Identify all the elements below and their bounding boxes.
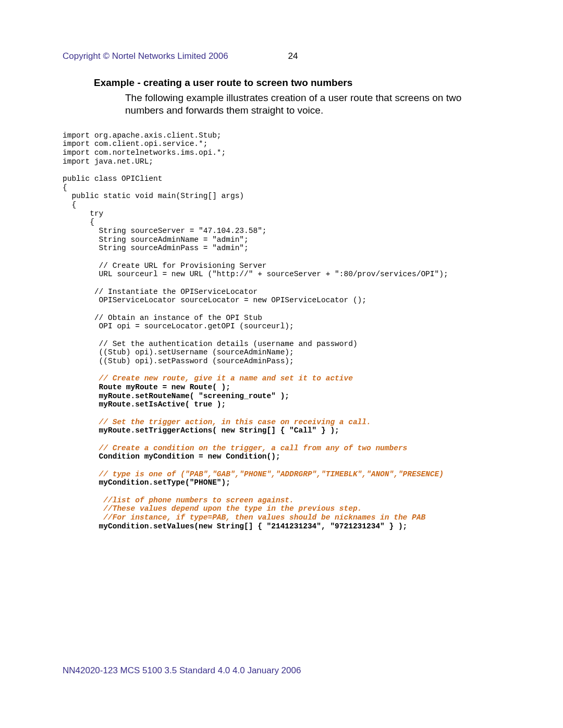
code-comment: // Create a condition on the trigger, a … — [63, 444, 407, 452]
code-line: public static void main(String[] args) — [63, 192, 244, 200]
code-line: OPIServiceLocator sourceLocator = new OP… — [63, 296, 366, 304]
code-comment: //These values depend upon the type in t… — [63, 504, 362, 513]
code-comment: //list of phone numbers to screen agains… — [63, 496, 294, 504]
code-comment: // Set the trigger action, in this case … — [63, 418, 371, 426]
code-line: String sourceServer = "47.104.23.58"; — [63, 227, 267, 235]
code-line: public class OPIClient — [63, 175, 162, 183]
code-line: ((Stub) opi).setPassword (sourceAdminPas… — [63, 357, 294, 365]
code-line: String sourceAdminName = "admin"; — [63, 236, 249, 244]
code-line: { — [63, 201, 76, 209]
page-number: 24 — [288, 51, 298, 61]
code-line: import java.net.URL; — [63, 157, 153, 166]
code-line: try — [63, 209, 103, 218]
code-line: myRoute.setTriggerActions( new String[] … — [63, 426, 339, 435]
code-line: import com.nortelnetworks.ims.opi.*; — [63, 149, 226, 157]
code-comment: // Create new route, give it a name and … — [63, 374, 353, 382]
code-line: // Set the authentication details (usern… — [63, 340, 358, 348]
code-line: { — [63, 218, 94, 226]
document-page: Copyright © Nortel Networks Limited 2006… — [0, 0, 563, 530]
code-line: myRoute.setIsActive( true ); — [63, 400, 226, 409]
code-line: ((Stub) opi).setUsername (sourceAdminNam… — [63, 348, 294, 356]
code-line: // Instantiate the OPIServiceLocator — [63, 288, 258, 296]
code-comment: // type is one of ("PAB","GAB","PHONE","… — [63, 470, 444, 478]
code-line: String sourceAdminPass = "admin"; — [63, 244, 249, 252]
code-line: OPI opi = sourceLocator.getOPI (sourceur… — [63, 322, 294, 330]
code-line: { — [63, 183, 67, 192]
code-line: import com.client.opi.service.*; — [63, 140, 207, 148]
page-header: Copyright © Nortel Networks Limited 2006… — [63, 51, 500, 61]
code-line: // Obtain an instance of the OPI Stub — [63, 314, 262, 322]
code-example: import org.apache.axis.client.Stub; impo… — [63, 131, 500, 531]
section-heading: Example - creating a user route to scree… — [94, 77, 500, 89]
code-line: import org.apache.axis.client.Stub; — [63, 131, 222, 140]
code-line: Route myRoute = new Route( ); — [63, 383, 230, 391]
code-line: myRoute.setRouteName( "screening_route" … — [63, 392, 289, 400]
page-footer: NN42020-123 MCS 5100 3.5 Standard 4.0 4.… — [63, 665, 301, 676]
code-line: myCondition.setType("PHONE"); — [63, 478, 230, 487]
code-line: URL sourceurl = new URL ("http://" + sou… — [63, 270, 448, 278]
code-line: // Create URL for Provisioning Server — [63, 262, 267, 270]
code-line: myCondition.setValues(new String[] { "21… — [63, 522, 407, 530]
code-line: Condition myCondition = new Condition(); — [63, 452, 280, 461]
section-body: The following example illustrates creati… — [125, 92, 500, 117]
code-comment: //For instance, if type=PAB, then values… — [63, 513, 425, 522]
copyright-text: Copyright © Nortel Networks Limited 2006 — [63, 51, 228, 61]
